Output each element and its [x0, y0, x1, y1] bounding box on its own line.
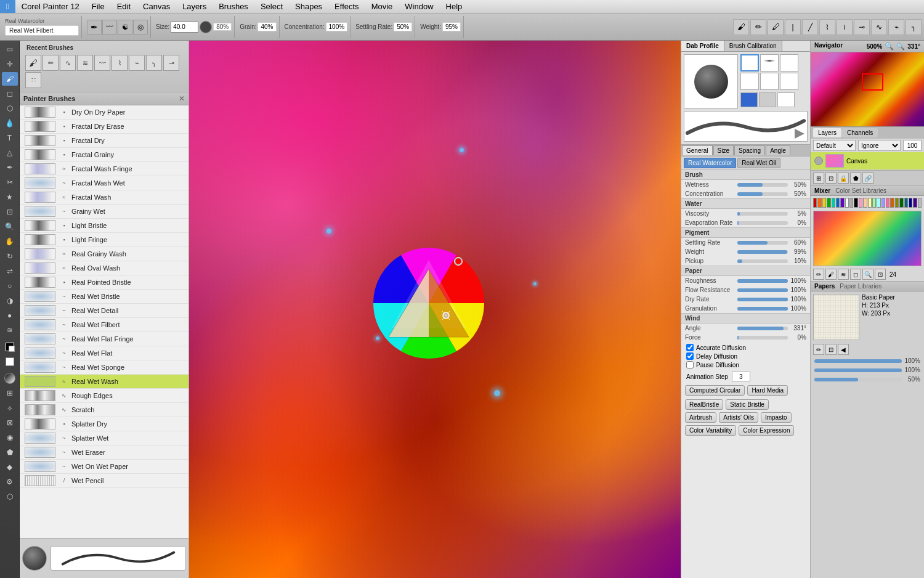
swatch-9[interactable]: [854, 198, 857, 208]
paper-slider-control-3[interactable]: [814, 378, 902, 381]
tool-color-swatch[interactable]: [2, 340, 18, 354]
swatch-23[interactable]: [918, 198, 922, 208]
canvas-area[interactable]: [189, 41, 681, 578]
tool-pattern[interactable]: ⊞: [2, 386, 18, 400]
rt-icon-1[interactable]: 🖌: [733, 19, 749, 35]
wc-tab-real-wet-oil[interactable]: Real Wet Oil: [737, 158, 780, 168]
brush-item-5[interactable]: ~Fractal Wash Wet: [20, 176, 188, 190]
brush-item-11[interactable]: ≈Real Oval Wash: [20, 261, 188, 275]
recent-brush-4[interactable]: ≋: [77, 55, 93, 71]
wind-angle-slider[interactable]: [737, 327, 788, 330]
static-bristle-btn[interactable]: Static Bristle: [726, 399, 769, 410]
pickup-slider[interactable]: [737, 259, 788, 263]
rt-icon-6[interactable]: ⌇: [819, 19, 835, 35]
tool-paper-color[interactable]: [2, 355, 18, 368]
swatch-15[interactable]: [881, 198, 885, 208]
brush-item-10[interactable]: ≈Real Grainy Wash: [20, 247, 188, 261]
tool-paint[interactable]: 🖌: [2, 72, 18, 86]
accurate-diffusion-label[interactable]: Accurate Diffusion: [686, 344, 805, 351]
variant-icon-4[interactable]: ◎: [133, 20, 148, 35]
tab-general[interactable]: General: [682, 145, 713, 155]
swatch-1[interactable]: [817, 198, 821, 208]
stroke-thumb-2[interactable]: [760, 54, 779, 71]
brush-item-17[interactable]: ~Real Wet Flat: [20, 346, 188, 360]
rt-icon-3[interactable]: 🖊: [768, 19, 784, 35]
menu-window[interactable]: Window: [399, 0, 439, 13]
brush-item-4[interactable]: ≈Fractal Wash Fringe: [20, 162, 188, 176]
rt-icon-8[interactable]: ⊸: [854, 19, 870, 35]
tool-scissors[interactable]: ✂: [2, 176, 18, 189]
mixer-tool-1[interactable]: ✏: [813, 269, 824, 280]
recent-brush-8[interactable]: ╮: [146, 55, 162, 71]
layers-tab[interactable]: Layers: [813, 128, 841, 137]
tool-pen[interactable]: ✒: [2, 161, 18, 174]
variant-icon-3[interactable]: ☯: [118, 20, 132, 35]
recent-brush-1[interactable]: 🖌: [25, 55, 41, 71]
layer-ignore-select[interactable]: Ignore: [858, 140, 901, 151]
swatch-20[interactable]: [904, 198, 908, 208]
layer-mode-select[interactable]: Default: [813, 140, 856, 151]
brush-item-12[interactable]: ▪Real Pointed Bristle: [20, 275, 188, 290]
swatch-16[interactable]: [886, 198, 890, 208]
tool-hand[interactable]: ✋: [2, 235, 18, 248]
recent-brush-3[interactable]: ∿: [60, 55, 76, 71]
menu-file[interactable]: File: [86, 0, 111, 13]
brush-calibration-tab[interactable]: Brush Calibration: [724, 41, 782, 51]
tool-magnify[interactable]: 🔍: [2, 220, 18, 234]
conc-value[interactable]: 100%: [326, 22, 348, 31]
color-expression-btn[interactable]: Color Expression: [739, 425, 794, 436]
channels-tab[interactable]: Channels: [842, 128, 878, 137]
menu-select[interactable]: Select: [254, 0, 289, 13]
mixer-tool-6[interactable]: ⊡: [875, 269, 886, 280]
layer-action-4[interactable]: ⬟: [850, 173, 861, 184]
brush-item-3[interactable]: ▪Fractal Grainy: [20, 148, 188, 162]
brush-item-8[interactable]: ▪Light Bristle: [20, 219, 188, 233]
apple-menu[interactable]: : [0, 0, 15, 13]
variant-icon-1[interactable]: ✒: [87, 20, 102, 35]
rt-icon-5[interactable]: ╱: [802, 19, 818, 35]
nav-zoom-in[interactable]: 🔍: [885, 42, 894, 51]
wetness-slider[interactable]: [737, 183, 788, 187]
size-input[interactable]: [171, 22, 198, 33]
color-libraries-tab[interactable]: Color Set Libraries: [835, 187, 886, 194]
brush-item-16[interactable]: ~Real Wet Flat Fringe: [20, 332, 188, 346]
menu-canvas[interactable]: Canvas: [137, 0, 176, 13]
menu-brushes[interactable]: Brushes: [213, 0, 254, 13]
layer-action-1[interactable]: ⊞: [813, 173, 824, 184]
tab-size[interactable]: Size: [713, 145, 734, 155]
tool-text[interactable]: T: [2, 131, 18, 145]
tool-gradient[interactable]: [2, 372, 18, 385]
impasto-btn[interactable]: Impasto: [761, 412, 792, 423]
pause-diffusion-check[interactable]: [686, 361, 694, 368]
tool-fill[interactable]: ⬡: [2, 102, 18, 115]
swatch-2[interactable]: [822, 198, 826, 208]
brush-item-24[interactable]: ~Wet Eraser: [20, 446, 188, 460]
recent-brush-7[interactable]: ⌁: [129, 55, 145, 71]
delay-diffusion-check[interactable]: [686, 352, 694, 360]
rt-icon-10[interactable]: ⌁: [888, 19, 904, 35]
paper-action-1[interactable]: ✏: [813, 344, 824, 355]
rt-icon-7[interactable]: ≀: [837, 19, 853, 35]
swatch-12[interactable]: [868, 198, 872, 208]
brush-item-7[interactable]: ~Grainy Wet: [20, 205, 188, 219]
swatch-3[interactable]: [827, 198, 830, 208]
navigator-preview[interactable]: [811, 52, 924, 126]
weight-value[interactable]: 95%: [442, 22, 461, 31]
dab-profile-tab[interactable]: Dab Profile: [681, 41, 724, 51]
pause-diffusion-label[interactable]: Pause Diffusion: [686, 361, 805, 368]
stroke-thumb-5[interactable]: [760, 73, 779, 90]
paper-action-2[interactable]: ⊡: [825, 344, 837, 355]
brush-item-22[interactable]: ▪Splatter Dry: [20, 417, 188, 431]
tool-shape[interactable]: △: [2, 146, 18, 160]
brush-item-0[interactable]: ▪Dry On Dry Paper: [20, 105, 188, 120]
tool-eraser[interactable]: ◻: [2, 87, 18, 100]
layer-action-3[interactable]: 🔒: [838, 173, 849, 184]
roughness-slider[interactable]: [737, 279, 788, 283]
stroke-thumb-6[interactable]: [780, 73, 798, 90]
menu-movie[interactable]: Movie: [365, 0, 399, 13]
swatch-18[interactable]: [895, 198, 899, 208]
stroke-thumb-1[interactable]: [740, 54, 759, 71]
layer-visibility-icon[interactable]: [814, 157, 823, 165]
hard-media-btn[interactable]: Hard Media: [747, 385, 788, 396]
tool-extra3[interactable]: ⚙: [2, 475, 18, 489]
